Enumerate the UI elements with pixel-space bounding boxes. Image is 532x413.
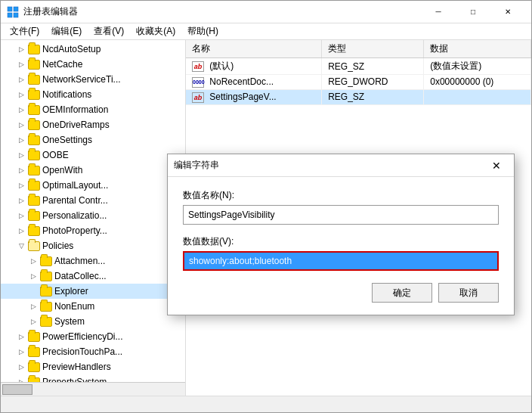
table-row[interactable]: ab (默认) REG_SZ (数值未设置) <box>186 58 531 75</box>
cancel-button[interactable]: 取消 <box>438 283 499 303</box>
tree-item-policies[interactable]: ▽ Policies <box>1 238 185 253</box>
folder-icon <box>28 166 40 175</box>
tree-item-oeminformation[interactable]: ▷ OEMInformation <box>1 102 185 117</box>
tree-label: OOBE <box>42 150 69 160</box>
tree-item-notifications[interactable]: ▷ Notifications <box>1 87 185 102</box>
dialog-title-bar: 编辑字符串 ✕ <box>168 154 514 177</box>
tree-item-explorer[interactable]: Explorer <box>1 284 185 299</box>
main-content: ▷ NcdAutoSetup ▷ NetCache ▷ NetworkServi… <box>1 40 531 396</box>
expand-icon: ▷ <box>16 195 26 206</box>
tree-item-powerefficiency[interactable]: ▷ PowerEfficiencyDi... <box>1 329 185 344</box>
status-bar <box>1 396 531 412</box>
tree-label: PowerEfficiencyDi... <box>42 331 122 342</box>
table-row-selected[interactable]: ab SettingsPageV... REG_SZ <box>186 89 531 104</box>
dialog-body: 数值名称(N): 数值数据(V): 确定 取消 <box>168 177 514 315</box>
expand-icon: ▷ <box>28 256 39 266</box>
expand-icon: ▷ <box>16 74 26 85</box>
folder-icon <box>28 211 40 221</box>
expand-icon: ▷ <box>16 44 26 54</box>
maximize-button[interactable]: □ <box>456 1 490 23</box>
menu-file[interactable]: 文件(F) <box>4 23 45 39</box>
tree-label: NcdAutoSetup <box>42 44 101 54</box>
name-input[interactable] <box>183 205 499 225</box>
expand-icon: ▷ <box>16 210 26 221</box>
tree-item-onesettings[interactable]: ▷ OneSettings <box>1 132 185 148</box>
folder-icon <box>40 317 52 327</box>
expand-icon: ▷ <box>16 180 26 191</box>
tree-item-attachment[interactable]: ▷ Attachmen... <box>1 253 185 269</box>
tree-item-system[interactable]: ▷ System <box>1 314 185 329</box>
expand-icon: ▷ <box>16 362 26 372</box>
data-input[interactable] <box>183 251 499 271</box>
type-icon-ab2: ab <box>192 92 204 103</box>
tree-item-openwith[interactable]: ▷ OpenWith <box>1 163 185 178</box>
tree-item-parental[interactable]: ▷ Parental Contr... <box>1 193 185 208</box>
tree-item-datacollect[interactable]: ▷ DataCollec... <box>1 269 185 284</box>
tree-label: DataCollec... <box>54 271 107 281</box>
expand-icon: ▷ <box>28 301 39 312</box>
tree-label: Attachmen... <box>54 256 105 266</box>
ok-button[interactable]: 确定 <box>372 283 432 303</box>
close-button[interactable]: ✕ <box>490 1 525 23</box>
reg-name: ab (默认) <box>186 58 322 75</box>
tree-label: Parental Contr... <box>42 195 108 206</box>
tree-item-ncdautosetup[interactable]: ▷ NcdAutoSetup <box>1 42 185 57</box>
menu-view[interactable]: 查看(V) <box>88 23 130 39</box>
expand-icon: ▷ <box>28 316 39 327</box>
tree-item-previewhandlers[interactable]: ▷ PreviewHandlers <box>1 359 185 374</box>
tree-label: PrecisionTouchPa... <box>42 346 122 357</box>
tree-item-precisiontouch[interactable]: ▷ PrecisionTouchPa... <box>1 344 185 359</box>
tree-item-networkservice[interactable]: ▷ NetworkServiceTi... <box>1 72 185 87</box>
col-data: 数据 <box>424 40 531 58</box>
folder-icon <box>28 45 40 54</box>
tree-item-photoproperty[interactable]: ▷ PhotoProperty... <box>1 223 185 238</box>
main-window: 注册表编辑器 ─ □ ✕ 文件(F) 编辑(E) 查看(V) 收藏夹(A) 帮助… <box>0 0 532 413</box>
reg-data <box>424 89 531 104</box>
expand-icon: ▷ <box>16 150 26 160</box>
col-name: 名称 <box>186 40 322 58</box>
tree-item-nonenum[interactable]: ▷ NonEnum <box>1 299 185 314</box>
tree-item-netcache[interactable]: ▷ NetCache <box>1 57 185 72</box>
tree-label: OptimalLayout... <box>42 180 108 191</box>
expand-icon: ▽ <box>16 241 26 251</box>
reg-type: REG_SZ <box>322 58 424 75</box>
dialog-buttons: 确定 取消 <box>183 283 499 303</box>
folder-icon <box>28 60 40 70</box>
tree-item-personalization[interactable]: ▷ Personalizatio... <box>1 208 185 223</box>
reg-type: REG_SZ <box>322 89 424 104</box>
expand-icon: ▷ <box>16 225 26 236</box>
folder-icon <box>28 332 40 342</box>
app-icon <box>7 6 19 18</box>
menu-edit[interactable]: 编辑(E) <box>45 23 88 39</box>
type-icon-ab: ab <box>192 61 204 72</box>
expand-icon: ▷ <box>16 135 26 145</box>
folder-icon <box>28 75 40 85</box>
tree-item-oobe[interactable]: ▷ OOBE <box>1 148 185 163</box>
expand-icon: ▷ <box>16 104 26 115</box>
tree-label: PhotoProperty... <box>42 225 107 236</box>
svg-rect-1 <box>14 7 18 11</box>
expand-icon: ▷ <box>16 346 26 357</box>
folder-open-icon <box>28 241 40 251</box>
tree-item-onedriveramps[interactable]: ▷ OneDriveRamps <box>1 117 185 132</box>
tree-scroll-area: ▷ NcdAutoSetup ▷ NetCache ▷ NetworkServi… <box>1 40 185 396</box>
minimize-button[interactable]: ─ <box>421 1 456 23</box>
folder-icon <box>40 256 52 266</box>
folder-icon <box>28 120 40 130</box>
tree-label: OEMInformation <box>42 104 108 115</box>
expand-icon: ▷ <box>16 89 26 100</box>
expand-icon: ▷ <box>16 120 26 130</box>
tree-scrollbar[interactable] <box>1 382 185 396</box>
menu-bar: 文件(F) 编辑(E) 查看(V) 收藏夹(A) 帮助(H) <box>1 23 531 40</box>
menu-help[interactable]: 帮助(H) <box>181 23 224 39</box>
expand-icon: ▷ <box>16 165 26 175</box>
table-row[interactable]: 0000 NoRecentDoc... REG_DWORD 0x00000000… <box>186 75 531 90</box>
dialog-close-button[interactable]: ✕ <box>485 157 508 175</box>
reg-name: ab SettingsPageV... <box>186 89 322 104</box>
tree-item-optimallayout[interactable]: ▷ OptimalLayout... <box>1 178 185 193</box>
tree-label: PreviewHandlers <box>42 362 111 372</box>
menu-favorites[interactable]: 收藏夹(A) <box>130 23 181 39</box>
data-field: 数值数据(V): <box>183 235 499 271</box>
tree-label: Explorer <box>54 286 88 297</box>
scroll-thumb[interactable] <box>2 384 32 395</box>
